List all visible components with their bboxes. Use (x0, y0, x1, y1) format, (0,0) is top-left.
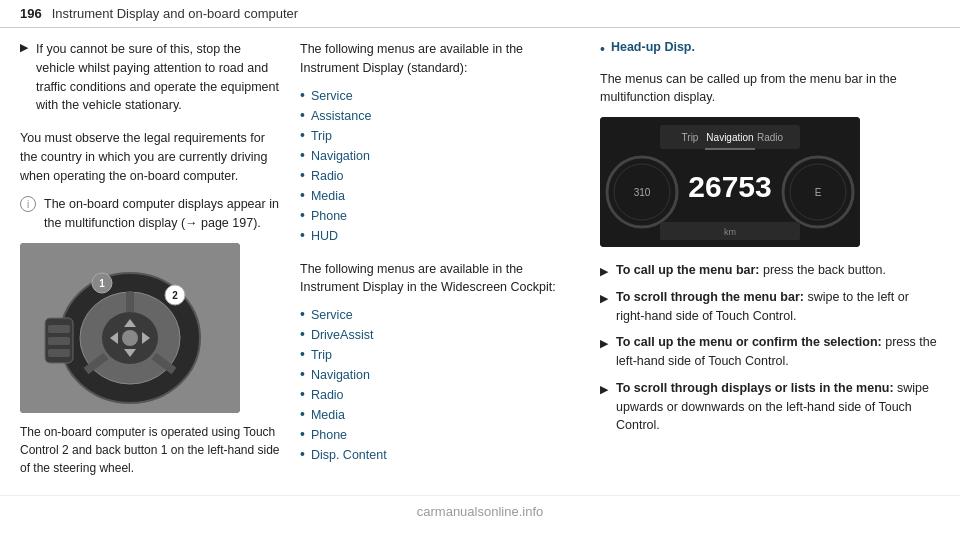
menu-item-label: HUD (311, 226, 338, 246)
menu-item-label: Phone (311, 206, 347, 226)
info-note-text: The on-board computer displays appear in… (44, 195, 280, 233)
instruction-item: ▶ To scroll through displays or lists in… (600, 379, 940, 435)
list-item: • Assistance (300, 106, 580, 126)
list-item: • Media (300, 186, 580, 206)
svg-text:2: 2 (172, 290, 178, 301)
menu-item-label: Media (311, 186, 345, 206)
page-header: 196 Instrument Display and on-board comp… (0, 0, 960, 28)
menu-item-label: Service (311, 86, 353, 106)
instruction-bold: To call up the menu bar: (616, 263, 760, 277)
bullet-icon: • (300, 445, 305, 465)
warning-text: If you cannot be sure of this, stop the … (36, 40, 280, 115)
list-item: • Phone (300, 206, 580, 226)
page-number: 196 (20, 6, 42, 21)
list-item: • Radio (300, 166, 580, 186)
bullet-icon: • (300, 325, 305, 345)
menu-item-label: Disp. Content (311, 445, 387, 465)
bullet-icon: • (300, 425, 305, 445)
list-item: • Media (300, 405, 580, 425)
svg-text:E: E (815, 187, 822, 198)
menu-item-label: Phone (311, 425, 347, 445)
main-content: ▶ If you cannot be sure of this, stop th… (0, 40, 960, 479)
bullet-icon: • (300, 206, 305, 226)
arrow-icon: ▶ (600, 290, 608, 307)
menu-item-label: Trip (311, 126, 332, 146)
arrow-icon: ▶ (600, 335, 608, 352)
svg-rect-17 (48, 325, 70, 333)
head-up-item: • Head-up Disp. (600, 40, 940, 60)
head-up-paragraph: The menus can be called up from the menu… (600, 70, 940, 108)
svg-text:Trip: Trip (682, 132, 699, 143)
menu-item-label: Navigation (311, 365, 370, 385)
svg-point-15 (122, 330, 138, 346)
menu-item-label: Media (311, 405, 345, 425)
menu-item-label: DriveAssist (311, 325, 374, 345)
svg-rect-18 (48, 337, 70, 345)
list-item: • Phone (300, 425, 580, 445)
list-item: • DriveAssist (300, 325, 580, 345)
info-note: i The on-board computer displays appear … (20, 195, 280, 233)
instruction-list: ▶ To call up the menu bar: press the bac… (600, 261, 940, 435)
menu-item-label: Radio (311, 166, 344, 186)
list-item: • Service (300, 305, 580, 325)
svg-text:310: 310 (634, 187, 651, 198)
watermark: carmanualsonline.info (0, 495, 960, 523)
instruction-bold: To scroll through the menu bar: (616, 290, 804, 304)
instrument-display-image: 310 Trip Navigation Radio 26753 E km (600, 117, 860, 247)
menu-item-label: Radio (311, 385, 344, 405)
list-item: • Service (300, 86, 580, 106)
bullet-icon: • (300, 365, 305, 385)
list-item: • Radio (300, 385, 580, 405)
right-column: • Head-up Disp. The menus can be called … (600, 40, 940, 479)
bullet-icon: • (300, 345, 305, 365)
list-item: • HUD (300, 226, 580, 246)
instruction-item: ▶ To scroll through the menu bar: swipe … (600, 288, 940, 326)
bullet-icon: • (300, 226, 305, 246)
svg-text:km: km (724, 227, 736, 237)
menu-item-label: Service (311, 305, 353, 325)
list-item: • Trip (300, 345, 580, 365)
section-heading-1: The following menus are available in the… (300, 40, 580, 78)
bullet-icon: • (300, 405, 305, 425)
menu-list-standard: • Service • Assistance • Trip • Navigati… (300, 86, 580, 246)
left-column: ▶ If you cannot be sure of this, stop th… (20, 40, 280, 479)
arrow-icon: ▶ (600, 263, 608, 280)
section-heading-2: The following menus are available in the… (300, 260, 580, 298)
svg-text:1: 1 (99, 278, 105, 289)
instruction-text: To scroll through the menu bar: swipe to… (616, 288, 940, 326)
instruction-text: To scroll through displays or lists in t… (616, 379, 940, 435)
head-up-link: Head-up Disp. (611, 40, 695, 54)
svg-text:Radio: Radio (757, 132, 784, 143)
menu-item-label: Navigation (311, 146, 370, 166)
menu-item-label: Assistance (311, 106, 371, 126)
bullet-icon: • (300, 186, 305, 206)
bullet-icon: • (600, 40, 605, 60)
bullet-icon: • (300, 166, 305, 186)
list-item: • Navigation (300, 146, 580, 166)
display-svg: 310 Trip Navigation Radio 26753 E km (600, 117, 860, 247)
menu-list-widescreen: • Service • DriveAssist • Trip • Navigat… (300, 305, 580, 465)
warning-arrow-icon: ▶ (20, 41, 28, 54)
menu-item-label: Trip (311, 345, 332, 365)
instruction-item: ▶ To call up the menu bar: press the bac… (600, 261, 940, 280)
steering-wheel-image: 2 1 (20, 243, 240, 413)
instruction-text: To call up the menu or confirm the selec… (616, 333, 940, 371)
list-item: • Navigation (300, 365, 580, 385)
page-title: Instrument Display and on-board computer (52, 6, 298, 21)
instruction-bold: To call up the menu or confirm the selec… (616, 335, 882, 349)
bullet-icon: • (300, 86, 305, 106)
watermark-text: carmanualsonline.info (417, 504, 543, 519)
instruction-bold: To scroll through displays or lists in t… (616, 381, 894, 395)
svg-rect-19 (48, 349, 70, 357)
bullet-icon: • (300, 146, 305, 166)
instruction-text: To call up the menu bar: press the back … (616, 261, 886, 280)
mid-column: The following menus are available in the… (300, 40, 580, 479)
list-item: • Disp. Content (300, 445, 580, 465)
bullet-icon: • (300, 385, 305, 405)
left-paragraph-1: You must observe the legal requirements … (20, 129, 280, 185)
bullet-icon: • (300, 126, 305, 146)
arrow-icon: ▶ (600, 381, 608, 398)
svg-text:26753: 26753 (688, 170, 771, 203)
info-icon: i (20, 196, 36, 212)
bullet-icon: • (300, 305, 305, 325)
